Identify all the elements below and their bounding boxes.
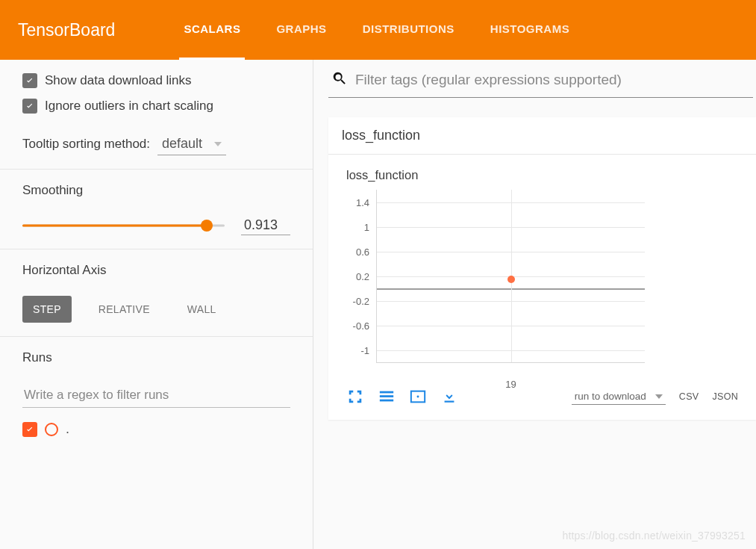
chevron-down-icon <box>214 142 222 146</box>
toggle-y-log-icon[interactable] <box>378 388 396 405</box>
y-tick-label: 1.4 <box>356 196 369 208</box>
select-tooltip-value: default <box>162 136 202 151</box>
select-run-to-download[interactable]: run to download <box>572 388 666 405</box>
y-tick-label: 0.2 <box>356 270 369 282</box>
tab-histograms[interactable]: HISTOGRAMS <box>486 0 574 60</box>
label-ignore-outliers: Ignore outliers in chart scaling <box>45 99 213 114</box>
y-tick-label: 0.6 <box>356 246 369 257</box>
svg-point-4 <box>417 396 419 398</box>
download-icon[interactable] <box>440 388 458 405</box>
sidebar: Show data download links Ignore outliers… <box>0 60 313 549</box>
brand-title: TensorBoard <box>18 20 115 40</box>
label-horizontal-axis: Horizontal Axis <box>22 263 290 278</box>
x-tick-label: 19 <box>505 379 516 390</box>
nav-tabs: SCALARS GRAPHS DISTRIBUTIONS HISTOGRAMS <box>179 0 574 60</box>
content-area: loss_function loss_function 1.410.60.2-0… <box>313 60 756 549</box>
download-csv-link[interactable]: CSV <box>679 391 699 402</box>
label-show-download-links: Show data download links <box>45 73 192 88</box>
radio-run-0[interactable] <box>45 423 58 436</box>
search-icon <box>331 70 348 90</box>
input-smoothing-value[interactable]: 0.913 <box>241 216 290 235</box>
chart-toolbar: run to download CSV JSON <box>346 388 738 405</box>
checkbox-show-download-links[interactable] <box>22 73 37 88</box>
y-tick-label: 1 <box>364 221 369 232</box>
label-smoothing: Smoothing <box>22 183 290 198</box>
svg-rect-0 <box>380 391 393 394</box>
svg-rect-1 <box>380 395 393 397</box>
expand-icon[interactable] <box>346 388 364 405</box>
chart-title: loss_function <box>346 168 738 182</box>
chevron-down-icon <box>655 394 663 399</box>
input-filter-tags[interactable] <box>355 72 750 88</box>
y-tick-label: -0.6 <box>353 320 369 331</box>
download-json-link[interactable]: JSON <box>712 391 738 402</box>
y-tick-label: -0.2 <box>353 295 369 306</box>
axis-relative-button[interactable]: RELATIVE <box>88 296 160 323</box>
tab-distributions[interactable]: DISTRIBUTIONS <box>358 0 459 60</box>
chart-plot-area[interactable]: 1.410.60.2-0.2-0.6-1 19 <box>376 190 645 363</box>
fit-domain-icon[interactable] <box>409 388 427 405</box>
select-run-value: run to download <box>575 391 646 402</box>
app-header: TensorBoard SCALARS GRAPHS DISTRIBUTIONS… <box>0 0 756 60</box>
scalar-card: loss_function loss_function 1.410.60.2-0… <box>328 117 756 420</box>
tab-scalars[interactable]: SCALARS <box>179 0 245 60</box>
checkbox-ignore-outliers[interactable] <box>22 99 37 114</box>
y-tick-label: -1 <box>360 344 369 356</box>
slider-smoothing[interactable] <box>22 219 225 232</box>
card-group-title[interactable]: loss_function <box>328 117 756 155</box>
run-name-0: . <box>66 421 69 437</box>
input-runs-filter[interactable] <box>22 383 290 408</box>
data-point <box>507 276 515 283</box>
label-runs: Runs <box>22 350 290 365</box>
label-tooltip-sorting: Tooltip sorting method: <box>22 137 150 152</box>
tab-graphs[interactable]: GRAPHS <box>272 0 331 60</box>
checkbox-run-all[interactable] <box>22 422 37 437</box>
select-tooltip-sorting[interactable]: default <box>157 133 226 155</box>
axis-wall-button[interactable]: WALL <box>177 296 227 323</box>
axis-step-button[interactable]: STEP <box>22 296 72 323</box>
svg-rect-2 <box>380 400 393 402</box>
